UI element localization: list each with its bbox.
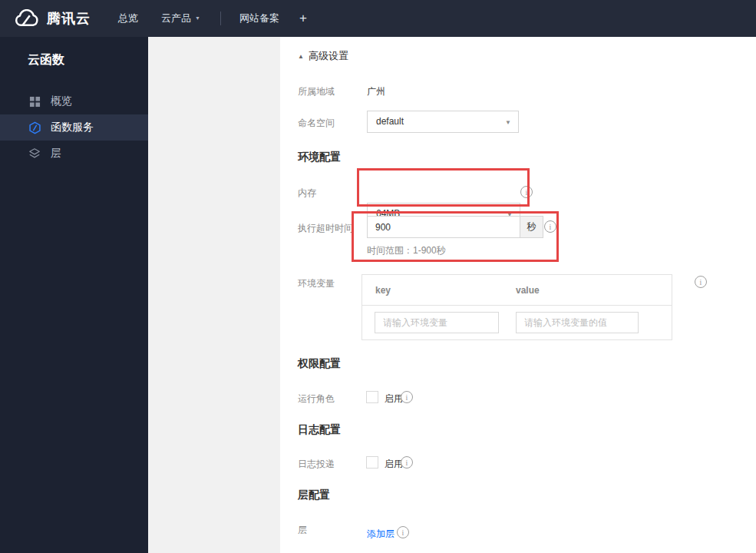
add-layer-info-icon[interactable]: i	[397, 526, 409, 538]
function-icon	[28, 121, 41, 134]
log-delivery-enable-checkbox[interactable]	[366, 456, 378, 469]
triangle-up-icon: ▲	[298, 53, 304, 60]
sidebar-item-function-service[interactable]: 函数服务	[0, 114, 148, 141]
sidebar-item-layers[interactable]: 层	[0, 141, 148, 167]
env-config-title: 环境配置	[298, 151, 341, 164]
nav-item-cloud-products[interactable]: 云产品▼	[161, 12, 200, 25]
tencent-cloud-logo[interactable]: 腾讯云	[14, 9, 91, 28]
sidebar-title: 云函数	[0, 37, 148, 68]
timeout-range-hint: 时间范围：1-900秒	[367, 244, 446, 257]
brand-name: 腾讯云	[47, 9, 91, 28]
chevron-down-icon: ▼	[195, 15, 200, 21]
add-layer-link[interactable]: 添加层	[367, 528, 395, 541]
sidebar: 云函数 概览 函数服务	[0, 37, 148, 553]
permission-config-title: 权限配置	[298, 357, 341, 371]
sidebar-item-label: 层	[51, 147, 61, 161]
timeout-info-icon[interactable]: i	[544, 220, 556, 233]
env-value-input[interactable]	[516, 312, 639, 333]
timeout-input[interactable]	[367, 216, 520, 238]
sidebar-menu: 概览 函数服务 层	[0, 88, 148, 167]
timeout-unit-addon[interactable]: 秒	[520, 216, 543, 238]
top-navbar: 腾讯云 总览 云产品▼ 网站备案 +	[0, 0, 756, 37]
run-role-enable-checkbox[interactable]	[366, 391, 378, 403]
timeout-input-group: 秒	[367, 216, 543, 238]
nav-item-overview[interactable]: 总览	[118, 12, 138, 25]
env-vars-info-icon[interactable]: i	[695, 276, 707, 288]
content-background-column	[148, 37, 280, 553]
region-label: 所属地域	[298, 85, 335, 98]
namespace-selected-value: default	[376, 116, 404, 127]
namespace-label: 命名空间	[298, 117, 335, 130]
env-value-column-header: value	[516, 285, 540, 296]
grid-icon	[28, 94, 41, 108]
cloud-logo-icon	[14, 9, 40, 28]
layer-label: 层	[298, 524, 307, 537]
run-role-info-icon[interactable]: i	[401, 391, 413, 403]
log-delivery-label: 日志投递	[298, 458, 335, 471]
advanced-settings-label: 高级设置	[309, 49, 348, 63]
nav-divider	[220, 12, 221, 25]
layer-config-title: 层配置	[298, 488, 330, 502]
run-role-label: 运行角色	[298, 392, 335, 406]
timeout-label: 执行超时时间	[298, 222, 353, 235]
function-config-panel: ▲ 高级设置 所属地域 广州 命名空间 default ▼ 环境配置 内存 64…	[280, 37, 756, 553]
chevron-down-icon: ▼	[505, 111, 511, 134]
log-config-title: 日志配置	[298, 423, 341, 437]
memory-info-icon[interactable]: i	[520, 186, 533, 198]
env-vars-label: 环境变量	[298, 277, 335, 290]
sidebar-item-label: 函数服务	[51, 121, 94, 134]
nav-item-website-filing[interactable]: 网站备案	[239, 12, 279, 25]
sidebar-item-overview[interactable]: 概览	[0, 88, 148, 114]
env-key-input[interactable]	[375, 312, 499, 333]
env-key-column-header: key	[362, 285, 516, 296]
namespace-select[interactable]: default ▼	[367, 111, 519, 133]
layers-icon	[28, 147, 41, 161]
env-vars-table: key value	[361, 274, 672, 340]
nav-add-button[interactable]: +	[299, 11, 307, 26]
region-value: 广州	[367, 85, 385, 98]
memory-label: 内存	[298, 187, 316, 200]
log-delivery-info-icon[interactable]: i	[401, 456, 413, 469]
advanced-settings-toggle[interactable]: ▲ 高级设置	[298, 49, 348, 63]
env-vars-table-row	[362, 306, 672, 340]
env-vars-table-header: key value	[362, 275, 672, 306]
sidebar-item-label: 概览	[51, 94, 72, 108]
